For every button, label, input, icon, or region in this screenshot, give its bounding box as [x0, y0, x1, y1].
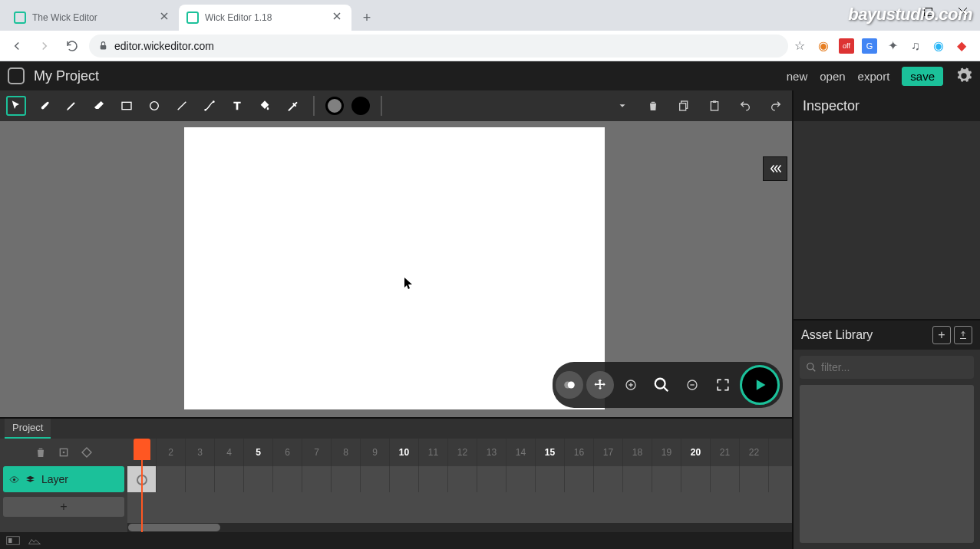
cursor-tool[interactable] [6, 96, 26, 116]
asset-filter-input[interactable] [821, 361, 968, 373]
frame-cell[interactable] [623, 466, 652, 492]
canvas[interactable] [184, 127, 605, 409]
ruler-tick[interactable]: 5 [244, 439, 273, 466]
dropdown-icon[interactable] [612, 96, 632, 116]
zoom-button[interactable] [648, 371, 675, 399]
frame-cell[interactable] [711, 466, 740, 492]
copy-button[interactable] [674, 96, 694, 116]
ruler-tick[interactable]: 14 [506, 439, 536, 466]
pan-button[interactable] [586, 371, 614, 399]
export-button[interactable]: export [858, 70, 890, 83]
playhead[interactable] [134, 439, 150, 531]
ruler-tick[interactable]: 4 [215, 439, 244, 466]
add-asset-button[interactable]: + [932, 326, 951, 344]
text-tool[interactable] [227, 96, 247, 116]
extension-icon[interactable]: ◉ [931, 38, 946, 54]
ruler-tick[interactable]: 16 [565, 439, 594, 466]
frame-cell[interactable] [536, 466, 565, 492]
fill-color-swatch[interactable] [325, 97, 344, 115]
frame-row[interactable] [127, 466, 792, 492]
close-icon[interactable] [160, 12, 171, 23]
ruler-tick[interactable]: 7 [302, 439, 332, 466]
frame-cell[interactable] [594, 466, 623, 492]
ruler-tick[interactable]: 17 [594, 439, 623, 466]
frame-cell[interactable] [740, 466, 769, 492]
ruler-tick[interactable]: 10 [390, 439, 419, 466]
frame-cell[interactable] [448, 466, 477, 492]
frame-cell[interactable] [157, 466, 186, 492]
back-button[interactable] [6, 35, 28, 57]
frame-cell[interactable] [681, 466, 711, 492]
delete-button[interactable] [643, 96, 663, 116]
frame-cell[interactable] [565, 466, 594, 492]
onion-skin-button[interactable] [556, 371, 583, 399]
settings-button[interactable] [955, 67, 972, 84]
rectangle-tool[interactable] [117, 96, 137, 116]
play-button[interactable] [740, 365, 780, 405]
frame-cell[interactable] [273, 466, 302, 492]
ruler-tick[interactable]: 20 [681, 439, 711, 466]
ruler-tick[interactable]: 15 [536, 439, 565, 466]
extension-icon[interactable]: G [862, 38, 877, 54]
ruler-tick[interactable]: 11 [419, 439, 448, 466]
close-icon[interactable] [333, 12, 344, 23]
add-layer-button[interactable]: + [3, 497, 124, 517]
brush-tool[interactable] [34, 96, 54, 116]
extension-puzzle-icon[interactable]: ✦ [885, 38, 900, 54]
frame-cell[interactable] [215, 466, 244, 492]
frame-cell[interactable] [390, 466, 419, 492]
frame-ruler[interactable]: 12345678910111213141516171819202122 [127, 439, 792, 466]
pencil-tool[interactable] [61, 96, 81, 116]
tween-button[interactable] [78, 443, 96, 462]
visibility-icon[interactable] [9, 475, 19, 485]
ruler-tick[interactable]: 18 [623, 439, 652, 466]
eyedropper-tool[interactable] [282, 96, 302, 116]
footer-icon[interactable] [28, 536, 41, 545]
ruler-tick[interactable]: 12 [448, 439, 477, 466]
delete-layer-button[interactable] [31, 443, 50, 462]
frame-cell[interactable] [332, 466, 361, 492]
zoom-out-button[interactable] [678, 371, 706, 399]
frame-cell[interactable] [477, 466, 506, 492]
frame-cell[interactable] [244, 466, 273, 492]
asset-filter[interactable] [800, 356, 974, 379]
fill-tool[interactable] [255, 96, 275, 116]
timeline-scrollbar[interactable] [127, 523, 792, 532]
reload-button[interactable] [61, 35, 83, 57]
new-button[interactable]: new [787, 70, 808, 83]
asset-list[interactable] [800, 385, 974, 543]
stroke-color-swatch[interactable] [351, 97, 370, 115]
copy-layer-button[interactable] [54, 443, 73, 462]
ruler-tick[interactable]: 8 [332, 439, 361, 466]
address-bar[interactable]: editor.wickeditor.com [89, 35, 788, 58]
timeline-tab-project[interactable]: Project [5, 419, 51, 439]
star-icon[interactable]: ☆ [794, 38, 805, 53]
collapse-panel-button[interactable] [763, 156, 787, 181]
zoom-in-button[interactable] [617, 371, 645, 399]
open-button[interactable]: open [820, 70, 845, 83]
frame-cell[interactable] [302, 466, 332, 492]
save-button[interactable]: save [902, 67, 943, 86]
fullscreen-button[interactable] [709, 371, 737, 399]
extension-icon[interactable]: ♫ [908, 38, 923, 54]
frame-cell[interactable] [361, 466, 390, 492]
ruler-tick[interactable]: 21 [711, 439, 740, 466]
new-tab-button[interactable]: + [356, 7, 378, 28]
ellipse-tool[interactable] [144, 96, 164, 116]
ruler-tick[interactable]: 9 [361, 439, 390, 466]
layer-row[interactable]: Layer [3, 466, 124, 492]
ruler-tick[interactable]: 13 [477, 439, 506, 466]
canvas-area[interactable] [0, 121, 792, 417]
upload-asset-button[interactable] [954, 326, 972, 344]
extension-icon[interactable]: off [839, 38, 854, 54]
browser-tab-0[interactable]: The Wick Editor [6, 5, 179, 31]
paste-button[interactable] [704, 96, 724, 116]
ruler-tick[interactable]: 19 [652, 439, 681, 466]
undo-button[interactable] [735, 96, 755, 116]
frames-panel[interactable]: 12345678910111213141516171819202122 [127, 439, 792, 532]
browser-tab-1[interactable]: Wick Editor 1.18 [179, 5, 351, 31]
frame-cell[interactable] [419, 466, 448, 492]
footer-icon[interactable] [6, 536, 20, 545]
frame-cell[interactable] [186, 466, 215, 492]
line-tool[interactable] [172, 96, 192, 116]
